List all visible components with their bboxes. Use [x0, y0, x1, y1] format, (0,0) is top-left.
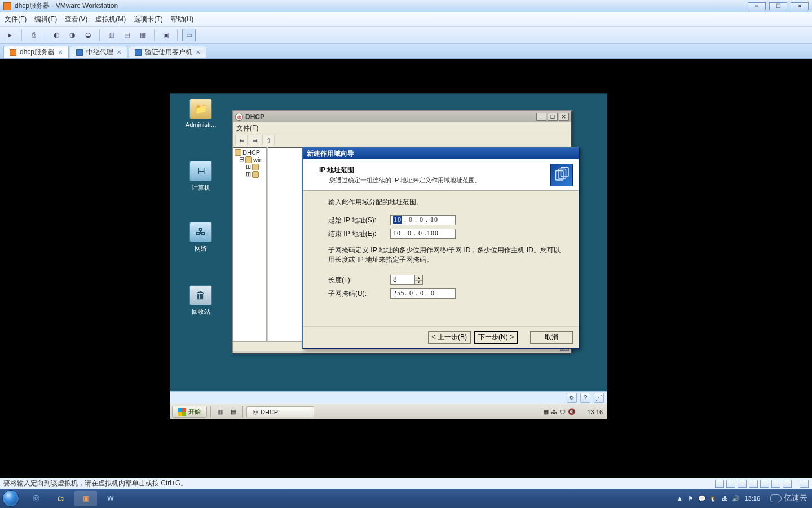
show-desktop-icon[interactable]: ▥ [214, 406, 226, 418]
close-tab-icon[interactable]: ✕ [58, 49, 63, 55]
device-cd-icon[interactable] [726, 480, 735, 488]
view1-icon[interactable]: ▥ [104, 29, 118, 41]
tray-sound-icon[interactable]: 🔇 [568, 408, 576, 415]
recycle-icon: 🗑 [189, 285, 212, 305]
mmc-maximize-button[interactable]: ☐ [548, 113, 558, 121]
desktop-icon-recycle[interactable]: 🗑 回收站 [180, 285, 222, 316]
device-usb-icon[interactable] [749, 480, 758, 488]
guest-desktop[interactable]: 📁 Administr... 🖥 计算机 🖧 网络 🗑 回收站 ◎ DHCP _… [169, 93, 608, 420]
length-spinner[interactable]: ▲▼ [415, 275, 423, 285]
scope-icon [252, 164, 259, 170]
desktop-icon-network[interactable]: 🖧 网络 [180, 222, 222, 253]
mmc-menu-file[interactable]: 文件(F) [236, 124, 258, 133]
cancel-button[interactable]: 取消 [530, 331, 573, 344]
tree-root[interactable]: DHCP [235, 149, 265, 156]
snap1-icon[interactable]: ◐ [50, 29, 63, 41]
close-button[interactable]: ✕ [791, 2, 809, 10]
back-button[interactable]: < 上一步(B) [428, 331, 471, 344]
pinned-explorer[interactable]: 🗂 [50, 491, 72, 506]
vm-help-icon[interactable]: ? [580, 393, 590, 403]
tab-verify-client[interactable]: 验证使用客户机 ✕ [129, 46, 206, 58]
maximize-button[interactable]: ☐ [769, 2, 787, 10]
device-sound-icon[interactable] [760, 480, 769, 488]
system-tray[interactable]: ▦ 🖧 🛡 🔇 13:16 [541, 408, 605, 415]
menu-tabs[interactable]: 选项卡(T) [134, 15, 162, 24]
device-display-icon[interactable] [783, 480, 792, 488]
power-on-icon[interactable]: ▸ [3, 29, 17, 41]
host-system-tray[interactable]: ▲ ⚑ 💬 🐧 🖧 🔊 [676, 494, 740, 502]
fullscreen-icon[interactable]: ▭ [182, 29, 196, 41]
start-ip-input[interactable]: 10 . 0 . 0 . 10 [390, 215, 456, 225]
device-printer-icon[interactable] [771, 480, 780, 488]
tab-label: dhcp服务器 [20, 47, 55, 57]
vmware-menubar: 文件(F) 编辑(E) 查看(V) 虚拟机(M) 选项卡(T) 帮助(H) [0, 12, 812, 26]
guest-clock[interactable]: 13:16 [578, 409, 603, 415]
device-msg-icon[interactable] [800, 480, 809, 488]
view2-icon[interactable]: ▤ [120, 29, 134, 41]
mmc-minimize-button[interactable]: _ [536, 113, 546, 121]
spin-down-icon[interactable]: ▼ [415, 281, 422, 285]
mmc-toolbar: ⬅ ➡ ⇧ [233, 134, 571, 147]
tree-child[interactable]: ⊞ [246, 170, 265, 178]
minimize-button[interactable]: ━ [748, 2, 766, 10]
tray-net-icon[interactable]: 🖧 [721, 494, 729, 502]
quick-launch-icon[interactable]: ▤ [228, 406, 239, 418]
tree-child[interactable]: ⊞ [246, 163, 265, 170]
snap2-icon[interactable]: ◑ [65, 29, 79, 41]
mmc-close-button[interactable]: ✕ [559, 113, 569, 121]
next-button[interactable]: 下一步(N) > [474, 331, 518, 344]
tray-net-icon[interactable]: 🖧 [551, 409, 557, 415]
tray-shield-icon[interactable]: 🛡 [559, 409, 566, 415]
tree-server[interactable]: ⊟win [239, 156, 265, 163]
start-orb[interactable] [2, 490, 19, 507]
menu-vm[interactable]: 虚拟机(M) [95, 15, 126, 24]
menu-help[interactable]: 帮助(H) [171, 15, 194, 24]
desktop-icon-admin[interactable]: 📁 Administr... [180, 99, 222, 128]
tray-up-icon[interactable]: ▲ [676, 494, 683, 502]
host-clock[interactable]: 13:16 [744, 495, 760, 502]
start-button[interactable]: 开始 [172, 406, 207, 418]
taskbar-vmware[interactable]: ▣ [74, 491, 97, 506]
snap-mgr-icon[interactable]: ◒ [81, 29, 95, 41]
guest-status-row: ⛭ ? ⋰ [170, 391, 607, 404]
subnet-mask-input[interactable]: 255. 0 . 0 . 0 [390, 288, 456, 299]
mmc-titlebar[interactable]: ◎ DHCP _ ☐ ✕ [233, 111, 571, 122]
menu-edit[interactable]: 编辑(E) [34, 15, 57, 24]
tray-vm-icon[interactable]: ▦ [543, 408, 549, 415]
vmware-tabstrip: dhcp服务器 ✕ 中继代理 ✕ 验证使用客户机 ✕ [0, 44, 812, 59]
view3-icon[interactable]: ▦ [136, 29, 149, 41]
mmc-window: ◎ DHCP _ ☐ ✕ 文件(F) ⬅ ➡ ⇧ DHCP ⊟win ⊞ [232, 110, 572, 354]
vmware-window-title: dhcp服务器 - VMware Workstation [15, 1, 744, 11]
close-tab-icon[interactable]: ✕ [196, 49, 200, 55]
tab-relay-agent[interactable]: 中继代理 ✕ [70, 46, 127, 58]
tray-flag-icon[interactable]: ⚑ [687, 494, 695, 502]
back-icon[interactable]: ⬅ [235, 135, 248, 146]
menu-view[interactable]: 查看(V) [65, 15, 87, 24]
wizard-titlebar[interactable]: 新建作用域向导 [303, 148, 579, 159]
subnet-note: 子网掩码定义 IP 地址的多少位用作网络/子网 ID，多少位用作主机 ID。您可… [328, 246, 565, 265]
tree-pane[interactable]: DHCP ⊟win ⊞ ⊞ [233, 147, 267, 341]
tray-vol-icon[interactable]: 🔊 [732, 494, 740, 502]
mmc-body: DHCP ⊟win ⊞ ⊞ 新建作用域向导 IP 地址范围 您通过确定一组连续的… [233, 147, 571, 341]
unity-icon[interactable]: ▣ [159, 29, 173, 41]
device-hdd-icon[interactable] [715, 480, 724, 488]
end-ip-input[interactable]: 10 . 0 . 0 .100 [390, 229, 456, 239]
tray-chat-icon[interactable]: 💬 [698, 494, 706, 502]
close-tab-icon[interactable]: ✕ [117, 49, 121, 55]
up-icon[interactable]: ⇧ [262, 135, 275, 146]
dhcp-icon: ◎ [253, 408, 258, 415]
desktop-icon-computer[interactable]: 🖥 计算机 [180, 161, 222, 192]
spin-up-icon[interactable]: ▲ [415, 275, 422, 281]
taskbar-word[interactable]: W [99, 491, 122, 506]
vm-tools-icon[interactable]: ⛭ [567, 393, 577, 403]
cloud-icon [770, 494, 782, 502]
pinned-ie[interactable]: ⓔ [25, 491, 47, 506]
taskbar-item-dhcp[interactable]: ◎DHCP [246, 406, 314, 417]
menu-file[interactable]: 文件(F) [5, 15, 27, 24]
snapshot-icon[interactable]: ⎙ [27, 29, 40, 41]
tray-qq-icon[interactable]: 🐧 [709, 494, 717, 502]
length-input[interactable]: 8 [390, 275, 415, 285]
tab-dhcp-server[interactable]: dhcp服务器 ✕ [3, 46, 69, 58]
forward-icon[interactable]: ➡ [249, 135, 261, 146]
device-nic-icon[interactable] [738, 480, 747, 488]
